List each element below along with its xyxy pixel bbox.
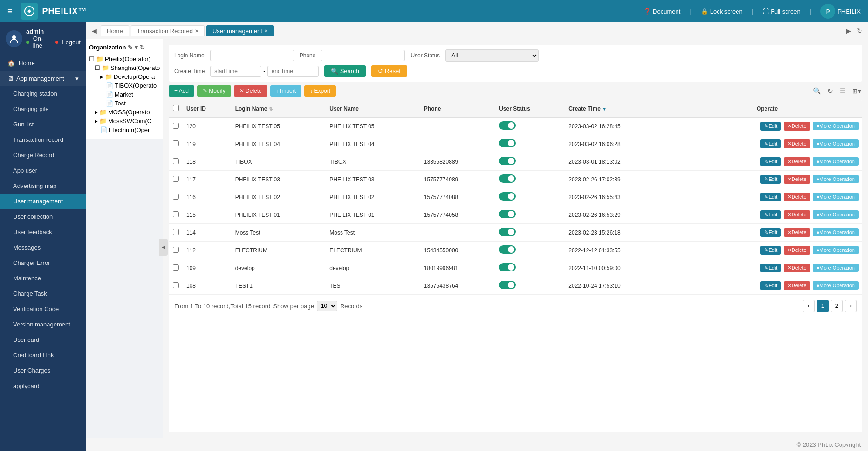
per-page-select[interactable]: 10 20 50: [317, 301, 337, 311]
tree-item-test[interactable]: 📄 Test: [89, 99, 160, 108]
more-btn-2[interactable]: ●More Operation: [813, 157, 859, 166]
tab-home[interactable]: Home: [101, 25, 129, 36]
edit-btn-5[interactable]: ✎Edit: [760, 210, 781, 219]
row-checkbox-3[interactable]: [173, 176, 179, 182]
edit-btn-8[interactable]: ✎Edit: [760, 264, 781, 272]
tree-item-market[interactable]: 📄 Market: [89, 90, 160, 99]
tree-item-develop[interactable]: ▸ 📁 Develop(Opera: [89, 72, 160, 81]
status-toggle-5[interactable]: [499, 210, 516, 218]
edit-btn-4[interactable]: ✎Edit: [760, 193, 781, 201]
delete-btn-7[interactable]: ✕Delete: [784, 246, 810, 255]
tree-item-tibox[interactable]: 📄 TIBOX(Operato: [89, 81, 160, 90]
row-checkbox-9[interactable]: [173, 282, 179, 288]
edit-btn-0[interactable]: ✎Edit: [760, 122, 781, 131]
edit-btn-6[interactable]: ✎Edit: [760, 228, 781, 237]
tree-item-electrium[interactable]: 📄 Electrium(Oper: [89, 125, 160, 134]
phone-input[interactable]: [321, 50, 405, 61]
sidebar-item-user-management[interactable]: User management: [0, 194, 86, 209]
page-2-btn[interactable]: 2: [831, 300, 843, 312]
edit-btn-1[interactable]: ✎Edit: [760, 139, 781, 148]
hamburger-icon[interactable]: ≡: [7, 7, 13, 16]
delete-button[interactable]: ✕ Delete: [234, 85, 267, 97]
page-1-btn[interactable]: 1: [817, 300, 829, 312]
sidebar-item-version-management[interactable]: Version management: [0, 317, 86, 332]
tab-nav-next[interactable]: ▶: [844, 26, 853, 35]
delete-btn-0[interactable]: ✕Delete: [784, 122, 810, 131]
status-toggle-8[interactable]: [499, 263, 516, 271]
row-checkbox-8[interactable]: [173, 264, 179, 271]
org-edit-icon[interactable]: ✎: [128, 44, 133, 51]
page-prev-btn[interactable]: ‹: [803, 300, 815, 312]
tab-nav-prev[interactable]: ◀: [90, 26, 99, 35]
document-link[interactable]: ❓ Document: [643, 8, 680, 15]
page-next-btn[interactable]: ›: [845, 300, 857, 312]
more-btn-6[interactable]: ●More Operation: [813, 228, 859, 236]
modify-button[interactable]: ✎ Modify: [197, 85, 231, 97]
logout-label[interactable]: Logout: [62, 39, 81, 46]
sidebar-item-charging-station[interactable]: Charging station: [0, 86, 86, 101]
table-refresh-icon[interactable]: ↻: [826, 86, 834, 96]
tree-item-moss[interactable]: ▸ 📁 MOSS(Operato: [89, 108, 160, 117]
delete-btn-1[interactable]: ✕Delete: [784, 139, 810, 148]
sidebar-item-user-feedback[interactable]: User feedback: [0, 224, 86, 240]
more-btn-3[interactable]: ●More Operation: [813, 175, 859, 183]
status-toggle-0[interactable]: [499, 121, 516, 130]
sidebar-item-user-charges[interactable]: User Charges: [0, 363, 86, 378]
delete-btn-9[interactable]: ✕Delete: [784, 281, 810, 290]
status-toggle-6[interactable]: [499, 228, 516, 236]
delete-btn-6[interactable]: ✕Delete: [784, 228, 810, 237]
status-toggle-9[interactable]: [499, 281, 516, 289]
lock-screen-link[interactable]: 🔒 Lock screen: [701, 8, 743, 15]
login-name-input[interactable]: [210, 50, 294, 61]
sidebar-item-charge-task[interactable]: Charge Task: [0, 286, 86, 301]
more-btn-4[interactable]: ●More Operation: [813, 193, 859, 201]
fullscreen-link[interactable]: ⛶ Full screen: [763, 8, 800, 15]
table-columns-icon[interactable]: ⊞▾: [851, 86, 862, 96]
export-button[interactable]: ↓ Export: [304, 85, 336, 97]
more-btn-7[interactable]: ●More Operation: [813, 246, 859, 254]
row-checkbox-5[interactable]: [173, 211, 179, 217]
more-btn-8[interactable]: ●More Operation: [813, 264, 859, 272]
status-toggle-3[interactable]: [499, 174, 516, 183]
row-checkbox-6[interactable]: [173, 229, 179, 235]
search-button[interactable]: 🔍 Search: [324, 65, 366, 77]
table-search-icon[interactable]: 🔍: [812, 86, 822, 96]
add-button[interactable]: + Add: [169, 85, 194, 97]
status-toggle-1[interactable]: [499, 139, 516, 147]
sidebar-item-maintence[interactable]: Maintence: [0, 271, 86, 286]
sidebar-item-verification-code[interactable]: Verification Code: [0, 301, 86, 317]
tab-refresh-icon[interactable]: ↻: [855, 26, 864, 35]
sidebar-item-charge-record[interactable]: Charge Record: [0, 147, 86, 163]
tab-user-management-close[interactable]: ✕: [264, 28, 268, 34]
sidebar-item-charging-pile[interactable]: Charging pile: [0, 101, 86, 117]
reset-button[interactable]: ↺ Reset: [371, 65, 407, 77]
select-all-checkbox[interactable]: [173, 105, 179, 111]
user-status-select[interactable]: All Active Inactive: [445, 49, 539, 62]
edit-btn-7[interactable]: ✎Edit: [760, 246, 781, 255]
tree-item-shanghai[interactable]: ☐ 📁 Shanghai(Operato: [89, 63, 160, 72]
edit-btn-3[interactable]: ✎Edit: [760, 175, 781, 184]
delete-btn-3[interactable]: ✕Delete: [784, 175, 810, 184]
table-layout-icon[interactable]: ☰: [838, 86, 847, 96]
more-btn-0[interactable]: ●More Operation: [813, 122, 859, 130]
sidebar-item-user-collection[interactable]: User collection: [0, 209, 86, 224]
tree-item-mossswcom[interactable]: ▸ 📁 MossSWCom(C: [89, 117, 160, 125]
tab-user-management[interactable]: User management ✕: [206, 25, 274, 36]
tree-item-pheilix[interactable]: ☐ 📁 Pheilix(Operator): [89, 55, 160, 63]
row-checkbox-0[interactable]: [173, 123, 179, 129]
status-toggle-4[interactable]: [499, 192, 516, 201]
import-button[interactable]: ↑ Import: [270, 85, 301, 97]
delete-btn-8[interactable]: ✕Delete: [784, 264, 810, 272]
edit-btn-9[interactable]: ✎Edit: [760, 281, 781, 290]
sidebar-item-messages[interactable]: Messages: [0, 240, 86, 255]
more-btn-9[interactable]: ●More Operation: [813, 281, 859, 290]
status-toggle-7[interactable]: [499, 245, 516, 254]
user-menu[interactable]: P PHEILIX: [820, 4, 861, 19]
collapse-org-panel-btn[interactable]: ◀: [159, 239, 168, 256]
sidebar-item-advertising-map[interactable]: Advertising map: [0, 178, 86, 194]
delete-btn-2[interactable]: ✕Delete: [784, 157, 810, 166]
more-btn-5[interactable]: ●More Operation: [813, 210, 859, 219]
sidebar-item-transaction-record[interactable]: Transaction record: [0, 132, 86, 147]
tab-transaction-record[interactable]: Transaction Recored ✕: [131, 25, 205, 36]
sidebar-item-home[interactable]: 🏠 Home: [0, 55, 86, 71]
